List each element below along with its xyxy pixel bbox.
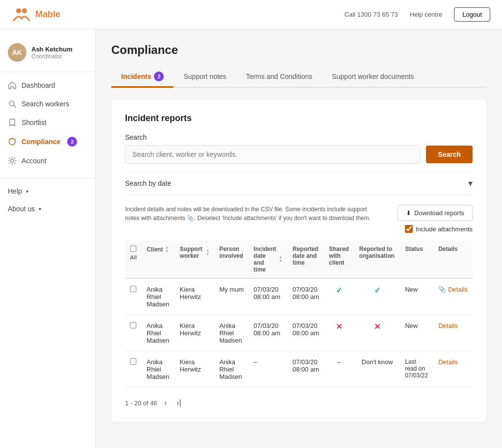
cell-reported-org: ✕: [354, 315, 400, 351]
details-link[interactable]: Details: [438, 322, 468, 329]
cell-reported_date: 07/03/20 08:00 am: [288, 351, 324, 388]
page-title: Compliance: [111, 43, 486, 57]
cell-support_worker: Kiera Herwitz: [175, 315, 215, 351]
help-label: Help: [8, 187, 22, 195]
logo-text: Mable: [35, 9, 60, 20]
logout-button[interactable]: Logout: [454, 7, 490, 22]
sidebar: AK Ash Ketchum Coordinator Dashboard Sea…: [0, 29, 96, 448]
cell-support_worker: Kiera Herwitz: [175, 351, 215, 388]
user-role: Coordinator: [31, 53, 73, 60]
pagination: 1 - 20 of 46 › ›|: [125, 398, 473, 408]
sidebar-item-dashboard[interactable]: Dashboard: [0, 76, 95, 95]
download-info-text: Incident details and notes will be downl…: [125, 205, 380, 223]
cell-incident_date: –: [249, 351, 287, 388]
cell-status: New: [400, 315, 433, 351]
details-link[interactable]: Details: [438, 358, 468, 366]
home-icon: [8, 81, 17, 90]
bookmark-icon: [8, 118, 17, 127]
sidebar-item-shortlist[interactable]: Shortlist: [0, 113, 95, 132]
cell-support_worker: Kiera Herwitz: [175, 278, 215, 315]
th-reported-date: Reported date and time: [288, 241, 324, 278]
check-icon: ✓: [336, 286, 342, 295]
attachment-icon: 📎: [438, 286, 446, 293]
cell-person_involved: Anika Rhiel Madsen: [214, 351, 249, 388]
about-label: About us: [8, 205, 35, 213]
svg-point-1: [22, 8, 27, 13]
incident-reports-title: Incident reports: [125, 113, 473, 124]
th-shared-client: Shared with client: [324, 241, 354, 278]
row-checkbox[interactable]: [130, 358, 136, 365]
sidebar-label-search-workers: Search workers: [22, 100, 69, 108]
th-person-involved: Person involved: [214, 241, 249, 278]
logo: Mable: [12, 5, 60, 25]
details-link[interactable]: 📎 Details: [438, 286, 468, 293]
compliance-badge: 2: [67, 137, 77, 147]
cell-client: Anika Rhiel Madsen: [142, 351, 175, 388]
search-input[interactable]: [125, 145, 420, 164]
cell-shared-client: ✓: [324, 278, 354, 315]
next-page-button[interactable]: ›: [161, 398, 170, 408]
cell-reported_date: 07/03/20 08:00 am: [288, 315, 324, 351]
search-label: Search: [125, 133, 473, 141]
sidebar-label-shortlist: Shortlist: [22, 119, 47, 126]
th-status: Status: [400, 241, 433, 278]
date-filter-label: Search by date: [125, 179, 171, 187]
help-centre-link[interactable]: Help centre: [410, 11, 442, 18]
tab-incidents-badge: 2: [154, 72, 164, 81]
download-controls: ⬇ Download reports Include attachments: [398, 205, 473, 233]
cell-shared-client: ✕: [324, 315, 354, 351]
header: Mable Call 1300 73 65 73 Help centre Log…: [0, 0, 502, 29]
include-attachments-label[interactable]: Include attachments: [416, 225, 473, 233]
sidebar-item-help[interactable]: Help ▾: [0, 182, 95, 200]
cell-status: Last read on 07/03/22: [400, 351, 433, 388]
nav-section-help: Help ▾ About us ▾: [0, 178, 95, 218]
svg-point-4: [11, 159, 14, 162]
cell-incident_date: 07/03/20 08:00 am: [249, 278, 287, 315]
incidents-table: All Client ▲▼ Support worker ▲▼: [125, 241, 473, 388]
download-reports-button[interactable]: ⬇ Download reports: [398, 205, 473, 221]
th-client: Client ▲▼: [142, 241, 175, 278]
tab-terms[interactable]: Terms and Conditions: [236, 67, 322, 88]
tab-support-notes[interactable]: Support notes: [174, 67, 236, 88]
pagination-summary: 1 - 20 of 46: [125, 399, 157, 407]
cell-person_involved: Anika Rhiel Madsen: [214, 315, 249, 351]
select-all-checkbox[interactable]: [130, 246, 136, 252]
sidebar-item-account[interactable]: Account: [0, 151, 95, 170]
tab-incidents[interactable]: Incidents 2: [111, 67, 174, 88]
search-button[interactable]: Search: [426, 146, 473, 163]
th-reported-org: Reported to organisation: [354, 241, 400, 278]
cell-details: Details: [433, 315, 473, 351]
include-attachments-checkbox[interactable]: [405, 225, 413, 233]
search-row: Search: [125, 145, 473, 164]
cell-details: Details: [433, 351, 473, 388]
header-left: Mable: [12, 5, 60, 25]
table-row: Anika Rhiel MadsenKiera HerwitzMy mum07/…: [125, 278, 473, 315]
cell-client: Anika Rhiel Madsen: [142, 315, 175, 351]
settings-icon: [8, 156, 17, 165]
sidebar-item-search-workers[interactable]: Search workers: [0, 95, 95, 113]
attachments-row: Include attachments: [405, 225, 473, 233]
app-body: AK Ash Ketchum Coordinator Dashboard Sea…: [0, 29, 502, 448]
sidebar-item-about[interactable]: About us ▾: [0, 200, 95, 218]
row-checkbox-cell: [125, 315, 142, 351]
date-filter-chevron: ▾: [468, 178, 473, 189]
cell-client: Anika Rhiel Madsen: [142, 278, 175, 315]
row-checkbox[interactable]: [130, 322, 136, 328]
chevron-down-icon-about: ▾: [39, 206, 41, 212]
cell-status: New: [400, 278, 433, 315]
header-right: Call 1300 73 65 73 Help centre Logout: [345, 7, 490, 22]
cross-icon: ✕: [336, 323, 342, 331]
row-checkbox[interactable]: [130, 286, 136, 292]
row-checkbox-cell: [125, 351, 142, 388]
cell-person_involved: My mum: [214, 278, 249, 315]
th-select-all: All: [125, 241, 142, 278]
date-filter-row[interactable]: Search by date ▾: [125, 172, 473, 195]
sidebar-label-account: Account: [22, 157, 47, 165]
last-page-button[interactable]: ›|: [174, 398, 184, 408]
tab-support-worker-docs[interactable]: Support worker documents: [322, 67, 424, 88]
cell-reported-org: ✓: [354, 278, 400, 315]
chevron-down-icon: ▾: [26, 189, 28, 194]
sidebar-item-compliance[interactable]: Compliance 2: [0, 132, 95, 151]
user-details: Ash Ketchum Coordinator: [31, 46, 73, 60]
tabs-bar: Incidents 2 Support notes Terms and Cond…: [111, 67, 486, 88]
